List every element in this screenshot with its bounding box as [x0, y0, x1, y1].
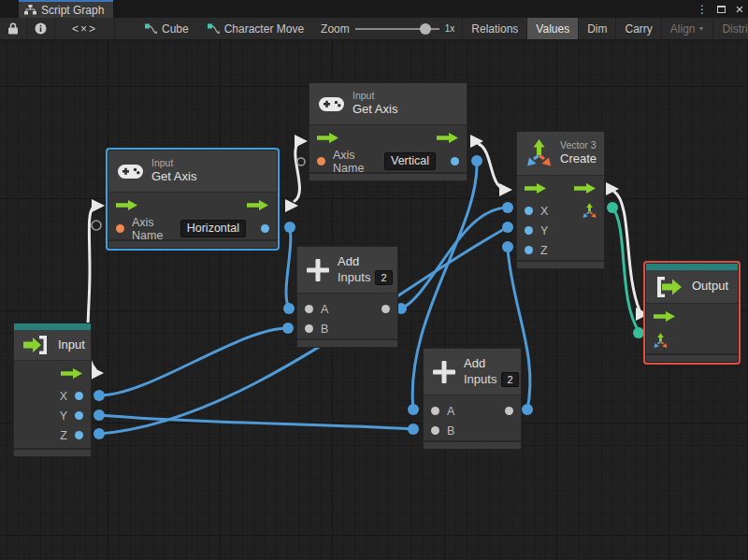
menu-kebab-icon[interactable]: ⋮	[696, 2, 709, 17]
port-label: Z	[540, 244, 548, 257]
unconnected-port-ring[interactable]	[92, 221, 101, 230]
port-label: Axis Name	[132, 216, 173, 242]
vector3-mini-icon[interactable]	[583, 203, 597, 219]
plus-icon	[433, 361, 455, 383]
node-input[interactable]: Input X Y Z	[13, 323, 92, 457]
graph-canvas[interactable]: Input Get Axis Axis Name Vertical Input	[0, 40, 748, 560]
toolbar-button-dim[interactable]: Dim	[578, 18, 615, 39]
node-header: Vector 3 Create	[517, 132, 604, 176]
node-subtitle: Inputs 2	[464, 372, 519, 387]
wire-ctrl-vertical-to-vector3[interactable]	[479, 144, 502, 188]
node-title: Output	[692, 279, 728, 294]
breadcrumb-label: Character Move	[224, 22, 304, 36]
node-header: Add Inputs 2	[297, 247, 397, 294]
node-header: Add Inputs 2	[424, 349, 521, 395]
wire-arrowhead	[91, 366, 104, 380]
control-input-port[interactable]	[525, 183, 547, 194]
toolbar-button-distribute[interactable]: Distribute▼	[712, 18, 748, 39]
port-label: X	[540, 205, 548, 218]
control-output-port[interactable]	[61, 368, 83, 379]
chevron-down-icon: ▼	[698, 25, 705, 32]
value-input-port[interactable]	[317, 157, 325, 165]
vector3-mini-icon[interactable]	[654, 333, 668, 349]
node-getaxis-horizontal[interactable]: Input Get Axis Axis Name Horizontal	[108, 150, 278, 249]
zoom-value: 1x	[445, 23, 455, 34]
node-category: Input	[352, 90, 397, 102]
breadcrumb-item-character-move[interactable]: Character Move	[198, 18, 313, 39]
zoom-slider[interactable]	[355, 23, 439, 35]
toolbar-button-values[interactable]: Values	[526, 18, 578, 39]
control-output-port[interactable]	[574, 183, 597, 194]
node-title: Add	[464, 356, 519, 371]
graph-hierarchy-icon	[24, 5, 36, 15]
gamepad-icon	[319, 96, 344, 112]
node-header: Input Get Axis	[108, 151, 277, 193]
node-footer	[646, 353, 738, 362]
script-graph-icon	[145, 22, 157, 35]
inputs-count-field[interactable]: 2	[501, 372, 518, 387]
gamepad-icon	[118, 164, 143, 179]
control-input-port[interactable]	[116, 200, 138, 210]
port-label: A	[447, 405, 454, 418]
node-title: Input	[58, 337, 85, 352]
wire-ctrl-horizontal-to-vertical[interactable]	[295, 143, 299, 201]
node-vector3-create[interactable]: Vector 3 Create X Y	[516, 131, 605, 269]
plus-icon	[307, 259, 329, 281]
value-output-port[interactable]	[75, 392, 83, 400]
control-output-port[interactable]	[437, 133, 459, 143]
lock-icon	[7, 22, 19, 35]
node-add-2[interactable]: Add Inputs 2 A B	[423, 348, 522, 450]
toolbar-button-carry[interactable]: Carry	[615, 18, 660, 39]
value-output-port[interactable]	[505, 407, 513, 415]
value-input-port[interactable]	[431, 426, 439, 435]
axis-name-field[interactable]: Vertical	[384, 152, 436, 170]
lock-button[interactable]	[0, 18, 27, 39]
node-add-1[interactable]: Add Inputs 2 A B	[296, 246, 398, 348]
value-output-port[interactable]	[75, 431, 83, 439]
axis-name-field[interactable]: Horizontal	[180, 220, 246, 237]
value-output-port[interactable]	[261, 224, 269, 233]
value-input-port[interactable]	[431, 407, 439, 415]
tab-script-graph[interactable]: Script Graph	[19, 0, 113, 18]
node-footer	[14, 448, 91, 456]
code-view-button[interactable]: <×>	[55, 18, 115, 39]
value-output-port[interactable]	[381, 305, 390, 313]
node-title: Get Axis	[352, 102, 397, 117]
control-output-port[interactable]	[247, 200, 269, 210]
node-getaxis-vertical[interactable]: Input Get Axis Axis Name Vertical	[309, 82, 468, 181]
value-input-port[interactable]	[525, 246, 533, 254]
code-icon: <×>	[72, 22, 97, 36]
title-bar: Script Graph ⋮ ×	[0, 0, 748, 18]
value-input-port[interactable]	[305, 324, 313, 333]
tab-title: Script Graph	[41, 4, 104, 17]
breadcrumb: Cube Character Move	[136, 18, 313, 39]
node-header: Output	[646, 270, 738, 304]
wire-value-inputx-to-add1-b[interactable]	[99, 328, 288, 395]
inputs-count-field[interactable]: 2	[375, 270, 392, 285]
input-icon	[23, 335, 50, 355]
info-button[interactable]	[27, 18, 55, 39]
value-input-port[interactable]	[116, 224, 124, 233]
toolbar-button-relations[interactable]: Relations	[462, 18, 526, 39]
value-output-port[interactable]	[75, 411, 83, 420]
unconnected-port-ring[interactable]	[297, 158, 305, 165]
value-input-port[interactable]	[525, 226, 533, 235]
port-label: Y	[60, 409, 67, 423]
value-input-port[interactable]	[525, 207, 533, 215]
node-footer	[517, 260, 604, 268]
zoom-slider-knob[interactable]	[420, 23, 431, 35]
value-output-port[interactable]	[451, 157, 459, 165]
breadcrumb-item-cube[interactable]: Cube	[136, 18, 198, 39]
node-subtitle: Inputs 2	[338, 270, 393, 285]
node-footer	[297, 338, 397, 347]
toolbar-button-align[interactable]: Align▼	[661, 18, 713, 39]
control-input-port[interactable]	[654, 311, 676, 322]
maximize-icon[interactable]	[714, 2, 727, 17]
wire-value-horizontal-to-add1-a[interactable]	[286, 227, 291, 309]
close-icon[interactable]: ×	[733, 2, 746, 17]
script-graph-icon	[208, 22, 220, 35]
node-output[interactable]: Output	[645, 263, 739, 363]
value-input-port[interactable]	[305, 305, 313, 313]
control-input-port[interactable]	[317, 133, 339, 143]
zoom-label: Zoom	[321, 22, 350, 36]
